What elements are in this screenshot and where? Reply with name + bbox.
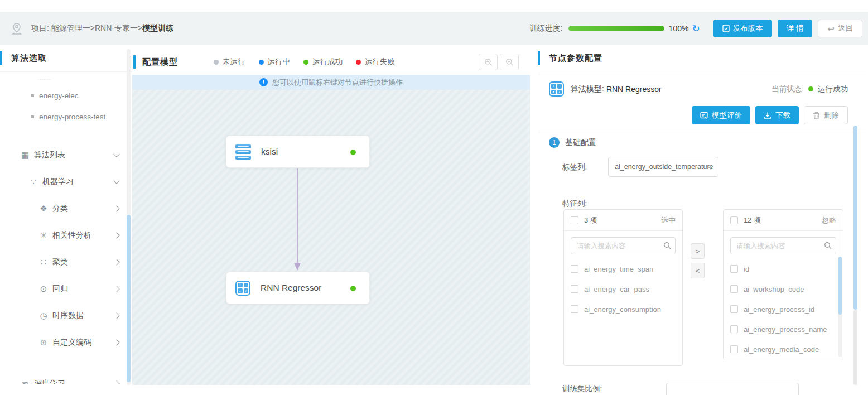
status-dot-icon (356, 60, 361, 65)
info-tip-text: 您可以使用鼠标右键对节点进行快捷操作 (272, 78, 403, 88)
top-header: 项目: 能源管理一>RNN-专家一>模型训练 训练进度: 100% ↻ 发布版本… (0, 12, 868, 45)
status-dot-icon (808, 86, 813, 91)
node-rnn-regressor[interactable]: +−▪/ RNN Regressor (226, 272, 370, 304)
train-ratio-input[interactable] (666, 383, 799, 395)
transfer-item[interactable]: ai_energy_process_id (730, 299, 836, 319)
sidebar-scrollbar[interactable] (127, 49, 131, 385)
transfer-list-header: 12 项 忽略 (724, 210, 843, 231)
scrollbar-track (853, 310, 857, 385)
search-input[interactable] (571, 237, 676, 254)
algorithm-sidebar: 算法选取 ······· energy-elec energy-process-… (0, 49, 132, 385)
tree-item-label: 分类 (52, 204, 68, 214)
zoom-out-button[interactable] (500, 54, 519, 70)
breadcrumb-current: 模型训练 (142, 23, 173, 32)
transfer-item[interactable]: ai_energy_time_span (571, 259, 676, 279)
legend-item: 未运行 (214, 57, 245, 67)
sidebar-tree-item[interactable]: ✳ 相关性分析 (0, 222, 132, 249)
download-button[interactable]: 下载 (755, 106, 799, 124)
detail-button[interactable]: 详 情 (778, 20, 813, 37)
tree-item-label: 深度学习 (34, 379, 65, 384)
legend-label: 运行失败 (365, 57, 395, 67)
legend-label: 运行中 (268, 57, 291, 67)
download-icon (764, 112, 771, 119)
dag-canvas[interactable]: ksisi +−▪/ RNN Regressor (132, 90, 530, 385)
item-checkbox[interactable] (571, 305, 578, 313)
edge-connector (132, 90, 530, 385)
item-checkbox[interactable] (730, 325, 738, 333)
item-checkbox[interactable] (730, 345, 738, 353)
sidebar-item-dataset[interactable]: energy-elec (0, 85, 132, 106)
transfer-item[interactable]: ai_energy_consumption (571, 299, 676, 319)
evaluate-button-label: 模型评价 (712, 110, 742, 121)
sidebar-tree-item[interactable]: ≋ 深度学习 (0, 370, 132, 384)
correlation-icon: ✳ (38, 230, 49, 240)
delete-button[interactable]: 删除 (804, 106, 848, 124)
panel-scrollbar[interactable] (853, 126, 857, 385)
search-icon (663, 242, 671, 252)
transfer-item[interactable]: ai_energy_car_pass (571, 279, 676, 299)
item-checkbox[interactable] (730, 305, 738, 313)
select-all-checkbox[interactable] (571, 216, 578, 224)
move-right-button[interactable]: > (691, 243, 705, 259)
sidebar-tree-item[interactable]: ∵ 机器学习 (0, 168, 132, 195)
item-checkbox[interactable] (571, 285, 578, 293)
zoom-out-icon (505, 58, 514, 66)
back-button[interactable]: ↩ 返回 (818, 20, 862, 37)
transfer-item[interactable]: id (730, 259, 836, 279)
item-checkbox[interactable] (730, 265, 738, 273)
chevron-icon (113, 205, 119, 211)
status-dot-icon (303, 60, 308, 65)
sidebar-tree-item[interactable]: ∷ 聚类 (0, 249, 132, 276)
list-scrollbar[interactable] (838, 257, 842, 357)
sidebar-tree-item[interactable]: ⊕ 自定义编码 (0, 329, 132, 356)
legend-item: 运行成功 (303, 57, 343, 67)
transfer-item[interactable]: ai_energy_process_name (730, 319, 836, 339)
status-legend: 未运行 运行中 运行成功 运行失败 (214, 57, 395, 67)
node-dataset-ksisi[interactable]: ksisi (226, 136, 370, 168)
scrollbar-thumb[interactable] (853, 126, 857, 310)
chevron-icon (113, 380, 119, 384)
sidebar-tree-item[interactable]: ⊙ 回归 (0, 276, 132, 302)
canvas-header: 配置模型 未运行 运行中 运行成功 (132, 49, 530, 75)
model-evaluate-button[interactable]: 模型评价 (692, 106, 750, 124)
label-column-label: 标签列: (562, 162, 587, 172)
divider (538, 132, 866, 132)
legend-label: 未运行 (223, 57, 245, 67)
dataset-label: energy-elec (39, 91, 79, 100)
tree-item-label: 聚类 (52, 257, 68, 267)
item-checkbox[interactable] (730, 285, 738, 293)
sidebar-tree-item[interactable]: ❖ 分类 (0, 195, 132, 222)
tree-item-label: 相关性分析 (52, 230, 91, 240)
canvas-zoom-controls (479, 54, 519, 70)
document-icon (722, 25, 730, 32)
transfer-item[interactable]: ai_energy_media_code (730, 339, 836, 359)
move-left-button[interactable]: < (691, 263, 705, 278)
refresh-icon[interactable]: ↻ (692, 24, 700, 33)
zoom-in-button[interactable] (479, 54, 498, 70)
feature-transfer-selected-list: 3 项 选中 ai_energy_time_span (563, 209, 683, 366)
select-all-checkbox[interactable] (730, 216, 738, 224)
scrollbar-thumb[interactable] (127, 215, 131, 382)
breadcrumb: 项目: 能源管理一>RNN-专家一>模型训练 (31, 23, 173, 33)
status-label: 当前状态: (771, 84, 804, 94)
sidebar-tree-item[interactable]: ▦ 算法列表 (0, 142, 132, 168)
node-status-dot (350, 286, 356, 291)
feature-transfer-ignored-list: 12 项 忽略 id ai_work (723, 209, 843, 360)
label-column-select[interactable]: ai_energy_outside_temperature (608, 157, 718, 177)
algorithm-tree: ▦ 算法列表 ∵ 机器学习 ❖ 分类 (0, 142, 132, 384)
item-checkbox[interactable] (571, 265, 578, 273)
algorithm-icon: +−▪/ (549, 81, 564, 97)
sidebar-item-dataset[interactable]: energy-process-test (0, 106, 132, 127)
search-box (730, 237, 836, 254)
regression-icon: ⊙ (38, 284, 49, 294)
search-input[interactable] (730, 237, 836, 254)
transfer-items: ai_energy_time_span ai_energy_car_pass a… (564, 256, 682, 319)
sidebar-tree-item[interactable]: ◷ 时序数据 (0, 302, 132, 329)
scrollbar-thumb[interactable] (838, 257, 842, 315)
item-count: 12 项 (744, 215, 761, 225)
step-number-badge: 1 (549, 137, 560, 148)
transfer-item[interactable]: ai_energy_stage (730, 359, 836, 360)
publish-version-button[interactable]: 发布版本 (713, 20, 772, 37)
time-series-icon: ◷ (38, 311, 49, 321)
transfer-item[interactable]: ai_workshop_code (730, 279, 836, 299)
